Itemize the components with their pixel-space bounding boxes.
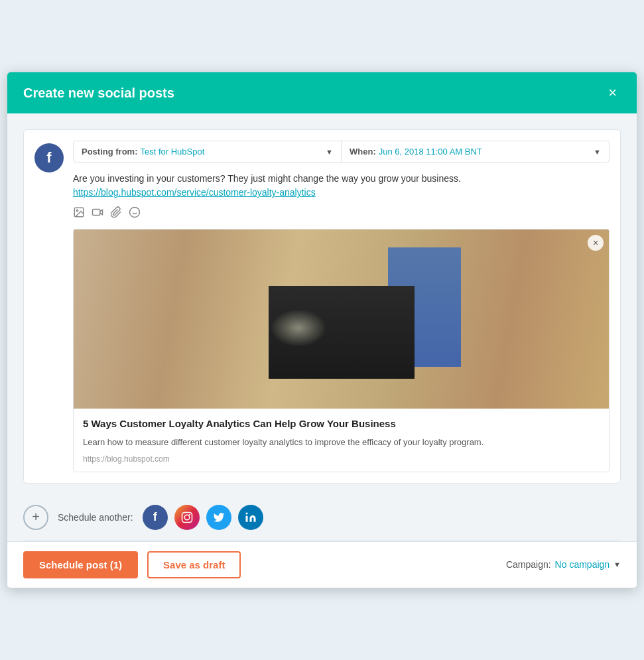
preview-info: 5 Ways Customer Loyalty Analytics Can He… [74, 409, 609, 472]
facebook-network-icon[interactable]: f [143, 505, 168, 530]
modal-body: f Posting from: Test for HubSpot ▼ When:… [7, 113, 637, 494]
create-social-posts-modal: Create new social posts × f Posting from… [7, 72, 637, 588]
preview-title: 5 Ways Customer Loyalty Analytics Can He… [83, 417, 600, 430]
social-network-icons: f [143, 505, 263, 530]
when-value: Jun 6, 2018 11:00 AM BNT [379, 147, 482, 157]
campaign-value: No campaign [555, 559, 610, 570]
preview-description: Learn how to measure different customer … [83, 436, 600, 449]
modal-header: Create new social posts × [7, 72, 637, 113]
svg-point-4 [130, 208, 140, 218]
svg-point-11 [245, 512, 247, 514]
svg-point-1 [76, 210, 78, 212]
instagram-network-icon[interactable] [174, 505, 200, 530]
emoji-icon[interactable] [129, 206, 141, 221]
post-content: Posting from: Test for HubSpot ▼ When: J… [73, 141, 610, 472]
post-text: Are you investing in your customers? The… [73, 172, 610, 200]
linkedin-network-icon[interactable] [238, 505, 263, 530]
image-icon[interactable] [73, 206, 85, 221]
post-card: f Posting from: Test for HubSpot ▼ When:… [23, 129, 621, 484]
svg-point-9 [189, 514, 190, 515]
posting-from-section[interactable]: Posting from: Test for HubSpot ▼ [74, 141, 342, 162]
campaign-label: Campaign: [506, 559, 551, 570]
preview-image: × [74, 230, 609, 409]
close-button[interactable]: × [604, 84, 621, 101]
attachment-icon[interactable] [110, 206, 122, 221]
modal-title: Create new social posts [23, 86, 174, 101]
preview-url: https://blog.hubspot.com [83, 454, 600, 464]
add-network-button[interactable]: + [23, 505, 48, 530]
twitter-network-icon[interactable] [206, 505, 231, 530]
when-section[interactable]: When: Jun 6, 2018 11:00 AM BNT ▼ [342, 141, 609, 162]
modal-footer: Schedule post (1) Save as draft Campaign… [7, 541, 637, 588]
when-label: When: [350, 147, 376, 157]
facebook-avatar: f [34, 143, 64, 172]
svg-marker-3 [100, 210, 103, 216]
video-icon[interactable] [92, 206, 103, 221]
svg-rect-2 [93, 210, 100, 216]
link-preview-card: × 5 Ways Customer Loyalty Analytics Can … [73, 229, 610, 472]
post-meta-bar: Posting from: Test for HubSpot ▼ When: J… [73, 141, 610, 163]
save-as-draft-button[interactable]: Save as draft [147, 551, 241, 578]
when-arrow-icon: ▼ [594, 148, 601, 156]
scene-overlay [74, 230, 609, 409]
schedule-post-button[interactable]: Schedule post (1) [23, 551, 138, 578]
svg-rect-10 [245, 516, 247, 522]
schedule-another-label: Schedule another: [58, 512, 133, 523]
campaign-section: Campaign: No campaign ▼ [506, 559, 621, 570]
social-bar: + Schedule another: f [7, 494, 637, 541]
post-toolbar [73, 206, 610, 221]
campaign-arrow-icon[interactable]: ▼ [613, 561, 621, 568]
svg-rect-7 [182, 512, 192, 522]
svg-point-8 [184, 515, 190, 520]
post-link[interactable]: https://blog.hubspot.com/service/custome… [73, 187, 316, 198]
posting-from-value: Test for HubSpot [141, 147, 205, 157]
posting-from-label: Posting from: [82, 147, 138, 157]
posting-from-arrow-icon: ▼ [326, 148, 333, 156]
